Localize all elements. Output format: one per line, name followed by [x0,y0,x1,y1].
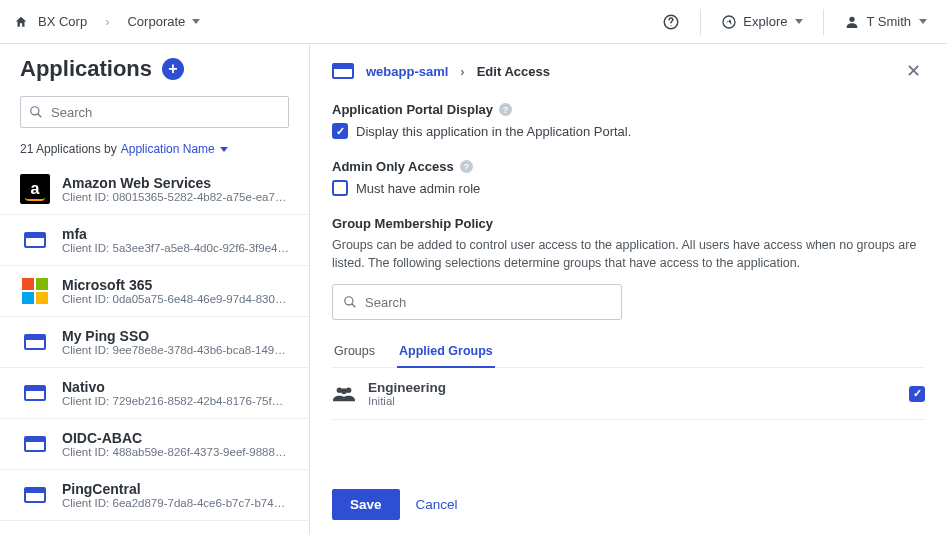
user-menu[interactable]: T Smith [838,10,933,34]
section-title-admin: Admin Only Access [332,159,454,174]
close-button[interactable]: ✕ [902,56,925,86]
help-button[interactable] [656,9,686,35]
help-icon[interactable]: ? [499,103,512,116]
application-icon [20,327,50,357]
breadcrumb-org-label: BX Corp [38,14,87,29]
chevron-down-icon [919,19,927,24]
svg-point-11 [341,388,347,394]
application-icon: a [20,174,50,204]
application-client-id: Client ID: 729eb216-8582-42b4-8176-75f48… [62,395,289,407]
application-client-id: Client ID: 9ee78e8e-378d-43b6-bca8-14915… [62,344,289,356]
save-button[interactable]: Save [332,489,400,520]
breadcrumb-org[interactable]: BX Corp [38,14,87,29]
svg-point-4 [850,16,855,21]
tab-groups[interactable]: Groups [332,338,377,367]
admin-only-label: Must have admin role [356,181,480,196]
application-client-id: Client ID: 6ea2d879-7da8-4ce6-b7c7-b74b4… [62,497,289,509]
application-icon [20,480,50,510]
sidebar-search[interactable] [20,96,289,128]
sidebar: Applications + 21 Applications by Applic… [0,44,310,534]
panel-footer: Save Cancel [310,474,947,534]
svg-point-5 [31,107,39,115]
application-name: Microsoft 365 [62,277,289,293]
help-icon[interactable]: ? [460,160,473,173]
svg-marker-3 [727,19,732,24]
svg-line-8 [352,304,356,308]
application-row[interactable]: PingCentralClient ID: 6ea2d879-7da8-4ce6… [0,470,309,521]
group-list: EngineeringInitial [332,368,925,420]
application-row[interactable]: aAmazon Web ServicesClient ID: 08015365-… [0,164,309,215]
panel-title: Edit Access [477,64,550,79]
groups-description: Groups can be added to control user acce… [332,237,925,272]
application-icon [20,276,50,306]
section-title-groups: Group Membership Policy [332,216,493,231]
application-name: Nativo [62,379,289,395]
chevron-down-icon [220,147,228,152]
application-name: My Ping SSO [62,328,289,344]
explore-button[interactable]: Explore [715,10,809,34]
add-application-button[interactable]: + [162,58,184,80]
groups-search[interactable] [332,284,622,320]
application-icon [20,429,50,459]
application-icon [332,63,354,79]
chevron-right-icon: › [105,14,109,29]
app-count-label: 21 Applications by [20,142,117,156]
application-icon [20,225,50,255]
group-name: Engineering [368,380,446,395]
svg-point-1 [671,25,672,26]
application-client-id: Client ID: 0da05a75-6e48-46e9-97d4-8300a… [62,293,289,305]
user-label: T Smith [866,14,911,29]
application-row[interactable]: My Ping SSOClient ID: 9ee78e8e-378d-43b6… [0,317,309,368]
group-source: Initial [368,395,446,407]
chevron-down-icon [795,19,803,24]
application-name: mfa [62,226,289,242]
portal-display-label: Display this application in the Applicat… [356,124,631,139]
application-name: Amazon Web Services [62,175,289,191]
search-icon [29,105,43,119]
chevron-down-icon [192,19,200,24]
home-icon[interactable] [14,15,28,29]
group-icon [332,385,356,403]
section-title-portal: Application Portal Display [332,102,493,117]
application-name: PingCentral [62,481,289,497]
sidebar-search-input[interactable] [51,105,280,120]
sort-dropdown[interactable]: Application Name [121,142,228,156]
sort-label: Application Name [121,142,215,156]
application-client-id: Client ID: 08015365-5282-4b82-a75e-ea7cb… [62,191,289,203]
application-client-id: Client ID: 5a3ee3f7-a5e8-4d0c-92f6-3f9e4… [62,242,289,254]
svg-point-7 [345,297,353,305]
panel-header: webapp-saml › Edit Access ✕ [310,44,947,98]
application-row[interactable]: OIDC-ABACClient ID: 488ab59e-826f-4373-9… [0,419,309,470]
application-list: aAmazon Web ServicesClient ID: 08015365-… [0,164,309,534]
search-icon [343,295,357,309]
explore-label: Explore [743,14,787,29]
application-icon [20,378,50,408]
group-row: EngineeringInitial [332,368,925,420]
detail-panel: webapp-saml › Edit Access ✕ Application … [310,44,947,534]
application-name: OIDC-ABAC [62,430,289,446]
application-row[interactable]: mfaClient ID: 5a3ee3f7-a5e8-4d0c-92f6-3f… [0,215,309,266]
admin-only-checkbox[interactable] [332,180,348,196]
groups-search-input[interactable] [365,295,611,310]
sidebar-title: Applications [20,56,152,82]
breadcrumb-env[interactable]: Corporate [127,14,200,29]
group-checkbox[interactable] [909,386,925,402]
application-row[interactable]: NativoClient ID: 729eb216-8582-42b4-8176… [0,368,309,419]
top-nav: BX Corp › Corporate Explore T Smith [0,0,947,44]
svg-line-6 [38,114,42,118]
tab-applied-groups[interactable]: Applied Groups [397,338,495,368]
chevron-right-icon: › [460,64,464,79]
cancel-button[interactable]: Cancel [416,497,458,512]
application-row[interactable]: Microsoft 365Client ID: 0da05a75-6e48-46… [0,266,309,317]
breadcrumb-env-label: Corporate [127,14,185,29]
portal-display-checkbox[interactable] [332,123,348,139]
application-client-id: Client ID: 488ab59e-826f-4373-9eef-98889… [62,446,289,458]
panel-app-link[interactable]: webapp-saml [366,64,448,79]
